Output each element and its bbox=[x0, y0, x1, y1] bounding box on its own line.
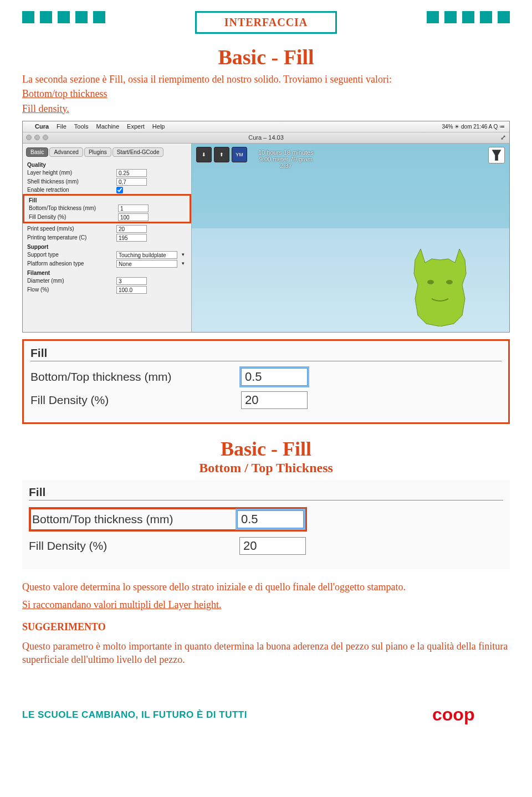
mac-menubar: Cura File Tools Machine Expert Help 34% … bbox=[23, 121, 509, 132]
window-titlebar: Cura – 14.03 ⤢ bbox=[23, 132, 509, 144]
tab-plugins[interactable]: Plugins bbox=[84, 147, 111, 157]
right-squares bbox=[427, 11, 510, 23]
settings-panel: Basic Advanced Plugins Start/End-GCode Q… bbox=[23, 144, 192, 332]
print-temp-label: Printing temperature (C) bbox=[27, 234, 113, 241]
zoom2-density-label: Fill Density (%) bbox=[29, 539, 239, 553]
header-decoration: INTERFACCIA bbox=[22, 0, 510, 39]
viewport-print-info: 10 hours 18 minutes 9.00 meter 79 gram 2… bbox=[258, 149, 314, 169]
fullscreen-icon: ⤢ bbox=[500, 134, 506, 141]
viewport-mode-icon[interactable] bbox=[488, 147, 505, 164]
menu-tools: Tools bbox=[74, 123, 89, 130]
support-header: Support bbox=[23, 242, 191, 251]
mid-title-1: Basic - Fill bbox=[22, 437, 510, 461]
zoom1-density-input[interactable]: 20 bbox=[241, 391, 308, 409]
cura-screenshot: Cura File Tools Machine Expert Help 34% … bbox=[22, 121, 510, 333]
app-name: Cura bbox=[35, 123, 49, 130]
mid-heading: Basic - Fill Bottom / Top Thickness bbox=[22, 437, 510, 476]
intro-link-bottom-top: Bottom/top thickness bbox=[22, 88, 108, 99]
fill-zoom-screenshot-1: Fill Bottom/Top thickness (mm) 0.5 Fill … bbox=[22, 339, 510, 424]
bottom-top-input[interactable]: 1 bbox=[118, 205, 149, 212]
zoom1-bt-label: Bottom/Top thickness (mm) bbox=[30, 370, 241, 384]
layer-height-label: Layer height (mm) bbox=[27, 170, 113, 176]
coop-logo: coop bbox=[432, 704, 510, 726]
print-speed-label: Print speed (mm/s) bbox=[27, 226, 113, 232]
fill-header: Fill bbox=[24, 196, 190, 204]
viewport-save-icon[interactable]: ⬆ bbox=[214, 147, 229, 162]
quality-header: Quality bbox=[23, 160, 191, 168]
adhesion-type-select[interactable]: None bbox=[116, 260, 177, 268]
menu-expert: Expert bbox=[127, 123, 145, 130]
3d-viewport[interactable]: ⬇ ⬆ YM 10 hours 18 minutes 9.00 meter 79… bbox=[192, 144, 509, 332]
fill-density-label: Fill Density (%) bbox=[29, 214, 115, 220]
zoom1-density-label: Fill Density (%) bbox=[30, 394, 241, 407]
adhesion-type-label: Platform adhesion type bbox=[27, 260, 113, 267]
fill-section-highlight: Fill Bottom/Top thickness (mm) 1 Fill De… bbox=[23, 194, 191, 223]
page-title: Basic - Fill bbox=[22, 45, 510, 69]
window-title: Cura – 14.03 bbox=[248, 134, 284, 141]
suggestion-body: Questo parametro è molto importante in q… bbox=[22, 640, 510, 667]
print-temp-input[interactable]: 195 bbox=[116, 234, 147, 242]
footer-slogan: LE SCUOLE CAMBIANO, IL FUTURO È DI TUTTI bbox=[22, 709, 247, 721]
filament-header: Filament bbox=[23, 268, 191, 277]
diameter-label: Diameter (mm) bbox=[27, 278, 113, 284]
zoom2-density-input[interactable]: 20 bbox=[239, 537, 306, 555]
suggestion-header: SUGGERIMENTO bbox=[22, 620, 510, 633]
body-text: Questo valore determina lo spessore dell… bbox=[22, 580, 510, 666]
zoom2-bt-input[interactable]: 0.5 bbox=[237, 510, 304, 528]
support-type-select[interactable]: Touching buildplate bbox=[116, 251, 177, 259]
intro-text: La seconda sezione è Fill, ossia il riem… bbox=[22, 73, 510, 115]
left-squares bbox=[22, 11, 105, 23]
fill-density-input[interactable]: 100 bbox=[118, 213, 149, 221]
shell-thickness-label: Shell thickness (mm) bbox=[27, 178, 113, 185]
bottom-top-row-highlight: Bottom/Top thickness (mm) 0.5 bbox=[29, 507, 307, 532]
badge-text: INTERFACCIA bbox=[224, 16, 308, 28]
zoom1-bt-input[interactable]: 0.5 bbox=[241, 368, 308, 386]
tab-gcode[interactable]: Start/End-GCode bbox=[112, 147, 164, 157]
body-p2: Si raccomandano valori multipli del Laye… bbox=[22, 599, 221, 610]
svg-point-1 bbox=[446, 280, 453, 284]
zoom2-fill-header: Fill bbox=[29, 486, 503, 499]
print-speed-input[interactable]: 20 bbox=[116, 225, 147, 233]
page-footer: LE SCUOLE CAMBIANO, IL FUTURO È DI TUTTI… bbox=[0, 704, 532, 737]
menu-machine: Machine bbox=[96, 123, 119, 130]
flow-input[interactable]: 100.0 bbox=[116, 286, 147, 294]
3d-model-preview bbox=[398, 243, 482, 326]
mac-status-right: 34% ☀︎ dom 21:46 A Q ≔ bbox=[442, 124, 505, 130]
intro-line1: La seconda sezione è Fill, ossia il riem… bbox=[22, 73, 510, 86]
svg-text:coop: coop bbox=[432, 704, 474, 724]
diameter-input[interactable]: 3 bbox=[116, 277, 147, 285]
mid-title-2: Bottom / Top Thickness bbox=[22, 461, 510, 476]
menu-file: File bbox=[57, 123, 66, 130]
section-badge: INTERFACCIA bbox=[195, 11, 337, 34]
intro-link-fill-density: Fill density. bbox=[22, 103, 69, 114]
viewport-load-icon[interactable]: ⬇ bbox=[196, 147, 212, 162]
zoom1-fill-header: Fill bbox=[30, 346, 502, 360]
fill-zoom-screenshot-2: Fill Bottom/Top thickness (mm) 0.5 Fill … bbox=[22, 480, 510, 569]
zoom2-bt-label: Bottom/Top thickness (mm) bbox=[32, 513, 237, 526]
tab-basic[interactable]: Basic bbox=[26, 147, 48, 157]
menu-help: Help bbox=[152, 123, 165, 130]
body-p1: Questo valore determina lo spessore dell… bbox=[22, 580, 510, 594]
viewport-ym-icon[interactable]: YM bbox=[232, 147, 247, 162]
support-type-label: Support type bbox=[27, 252, 113, 258]
shell-thickness-input[interactable]: 0,7 bbox=[116, 178, 147, 186]
enable-retraction-label: Enable retraction bbox=[27, 187, 113, 193]
svg-point-0 bbox=[427, 280, 434, 284]
layer-height-input[interactable]: 0.25 bbox=[116, 169, 147, 177]
flow-label: Flow (%) bbox=[27, 287, 113, 293]
tab-advanced[interactable]: Advanced bbox=[49, 147, 83, 157]
enable-retraction-checkbox[interactable] bbox=[116, 187, 123, 193]
bottom-top-label: Bottom/Top thickness (mm) bbox=[29, 205, 115, 211]
